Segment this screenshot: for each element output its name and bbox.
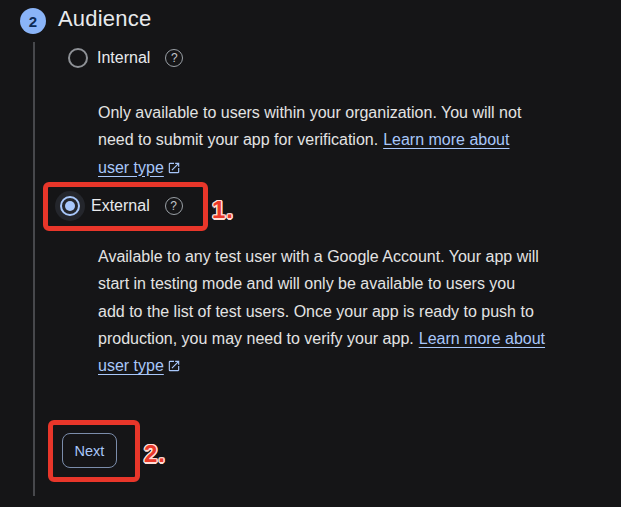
- internal-description: Only available to users within your orga…: [98, 99, 521, 183]
- description-text: Only available to users within your orga…: [98, 104, 521, 121]
- description-line: start in testing mode and will only be a…: [98, 270, 545, 297]
- description-text: Available to any test user with a Google…: [98, 248, 539, 265]
- open-in-new-icon[interactable]: [167, 156, 181, 183]
- description-line: add to the list of test users. Once your…: [98, 298, 545, 325]
- external-description: Available to any test user with a Google…: [98, 243, 545, 381]
- audience-step-page: 2 Audience Internal ? Only available to …: [0, 0, 621, 507]
- description-line: production, you may need to verify your …: [98, 325, 545, 352]
- description-text: add to the list of test users. Once your…: [98, 303, 534, 320]
- learn-more-link[interactable]: user type: [98, 357, 164, 374]
- description-text: start in testing mode and will only be a…: [98, 275, 515, 292]
- learn-more-link[interactable]: Learn more about: [419, 330, 545, 347]
- description-line: need to submit your app for verification…: [98, 126, 521, 153]
- description-text: production, you may need to verify your …: [98, 330, 414, 347]
- annotation-box-next: [48, 420, 140, 482]
- radio-unselected-icon[interactable]: [68, 48, 88, 68]
- radio-label-internal[interactable]: Internal: [97, 49, 150, 67]
- annotation-number-1: 1.: [212, 196, 234, 224]
- description-line: user type: [98, 352, 545, 381]
- learn-more-link[interactable]: user type: [98, 159, 164, 176]
- radio-option-internal[interactable]: Internal ?: [68, 48, 183, 68]
- description-line: Available to any test user with a Google…: [98, 243, 545, 270]
- learn-more-link[interactable]: Learn more about: [383, 131, 509, 148]
- step-number-badge: 2: [20, 8, 46, 34]
- description-line: Only available to users within your orga…: [98, 99, 521, 126]
- help-icon[interactable]: ?: [165, 49, 183, 67]
- open-in-new-icon[interactable]: [167, 354, 181, 381]
- step-number: 2: [29, 13, 37, 30]
- annotation-box-external: [43, 182, 208, 231]
- description-line: user type: [98, 154, 521, 183]
- page-title: Audience: [58, 6, 151, 32]
- annotation-number-2: 2.: [144, 440, 166, 468]
- stepper-connector-line: [33, 42, 35, 496]
- description-text: need to submit your app for verification…: [98, 131, 378, 148]
